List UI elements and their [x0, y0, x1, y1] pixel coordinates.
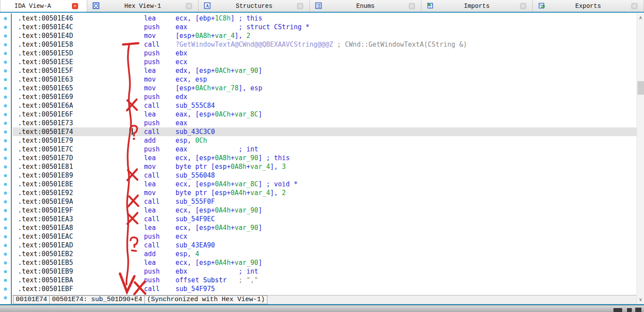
- instruction-dot-icon: [4, 139, 7, 142]
- asm-mnemonic: call: [144, 171, 175, 179]
- asm-line[interactable]: .text:00501EB5 lea ecx, [esp+0A4h+var_90…: [13, 258, 637, 267]
- asm-mnemonic: lea: [144, 180, 175, 188]
- asm-token: ] ; void *: [258, 180, 298, 188]
- asm-token: 0ACh: [195, 84, 211, 92]
- asm-line[interactable]: .text:00501E65 mov [esp+0ACh+var_78], es…: [13, 84, 637, 93]
- asm-token: 0ACh: [215, 110, 231, 118]
- asm-token: [esp+: [175, 32, 195, 40]
- asm-token: ecx, [esp+: [175, 206, 215, 214]
- asm-line[interactable]: .text:00501E46 lea ecx, [ebp+1C8h] ; thi…: [13, 14, 637, 23]
- disassembly-view[interactable]: .text:00501E46 lea ecx, [ebp+1C8h] ; thi…: [0, 14, 637, 304]
- asm-line[interactable]: .text:00501E81 mov byte ptr [esp+0A8h+va…: [13, 162, 637, 171]
- scroll-up-arrow-icon[interactable]: ∧: [637, 14, 644, 21]
- tab-hex-view-1[interactable]: Hex View-1✕: [87, 0, 199, 12]
- asm-address: .text:00501E46: [18, 14, 144, 22]
- tab-close-icon[interactable]: ✕: [186, 3, 192, 9]
- asm-line[interactable]: .text:00501E89 call sub_556048: [13, 171, 637, 180]
- asm-token: ], esp: [239, 84, 262, 92]
- tab-enums[interactable]: Enums✕: [310, 0, 421, 12]
- asm-line[interactable]: .text:00501EBA push offset Substr ; ",": [13, 276, 637, 285]
- asm-mnemonic: push: [144, 49, 175, 57]
- instruction-dot-icon: [4, 130, 7, 134]
- tab-bar: IDA View-A✕Hex View-1✕AStructures✕Enums✕…: [0, 0, 644, 13]
- asm-mnemonic: push: [144, 23, 175, 31]
- asm-mnemonic: push: [144, 119, 175, 127]
- asm-line[interactable]: .text:00501E74 call sub_43C3C0: [13, 127, 637, 136]
- asm-mnemonic: call: [144, 215, 175, 223]
- asm-line[interactable]: .text:00501E9F lea ecx, [esp+0A4h+var_90…: [13, 206, 637, 215]
- asm-line[interactable]: .text:00501E69 push edx: [13, 93, 637, 101]
- asm-mnemonic: add: [144, 137, 175, 144]
- asm-line[interactable]: .text:00501E7C push eax ; int: [13, 145, 637, 154]
- instruction-dot-icon: [4, 279, 7, 282]
- instruction-dot-icon: [4, 113, 7, 116]
- asm-token: eax ; int: [175, 145, 258, 153]
- asm-token: ebx: [175, 49, 187, 57]
- tab-close-icon[interactable]: ✕: [520, 3, 526, 9]
- asm-line[interactable]: .text:00501E4C push eax ; struct CString…: [13, 23, 637, 31]
- asm-mnemonic: call: [144, 285, 175, 293]
- asm-mnemonic: mov: [144, 84, 175, 92]
- tab-close-icon[interactable]: ✕: [297, 3, 303, 9]
- asm-token: var_90: [235, 206, 258, 214]
- tab-structures[interactable]: AStructures✕: [199, 0, 310, 12]
- asm-line[interactable]: .text:00501E8E lea ecx, [esp+0A4h+var_8C…: [13, 180, 637, 189]
- scrollbar-thumb[interactable]: [637, 81, 644, 95]
- asm-line[interactable]: .text:00501E63 mov ecx, esp: [13, 75, 637, 84]
- asm-line[interactable]: .text:00501EB9 push ebx ; int: [13, 267, 637, 276]
- asm-line[interactable]: .text:00501E79 add esp, 0Ch: [13, 136, 637, 145]
- asm-token: +: [231, 110, 235, 118]
- asm-token: var_4: [250, 163, 270, 171]
- asm-address: .text:00501E89: [18, 171, 144, 179]
- asm-line[interactable]: .text:00501E6A call sub_555C84: [13, 101, 637, 110]
- asm-line[interactable]: .text:00501EBF call sub_54F975: [13, 285, 637, 293]
- asm-line[interactable]: .text:00501EA8 lea ecx, [esp+0A4h+var_90…: [13, 223, 637, 232]
- asm-token: +: [231, 224, 235, 232]
- tab-close-icon[interactable]: ✕: [72, 3, 78, 9]
- asm-line[interactable]: .text:00501E5E push ecx: [13, 58, 637, 66]
- instruction-dot-icon: [4, 26, 7, 29]
- asm-line[interactable]: .text:00501EA3 call sub_54F9EC: [13, 215, 637, 223]
- instruction-dot-icon: [4, 253, 7, 256]
- vertical-scrollbar[interactable]: ∧ ∨: [637, 14, 644, 304]
- asm-token: 0Ch: [195, 137, 207, 144]
- tab-close-icon[interactable]: ✕: [631, 3, 637, 9]
- asm-line[interactable]: .text:00501E6F lea eax, [esp+0ACh+var_8C…: [13, 110, 637, 119]
- asm-line[interactable]: .text:00501E5D push ebx: [13, 49, 637, 58]
- asm-token: esp,: [175, 137, 195, 144]
- asm-mnemonic: mov: [144, 32, 175, 40]
- asm-token: byte ptr [esp+: [175, 163, 230, 171]
- asm-token: sub_54F9EC: [175, 215, 215, 223]
- asm-line[interactable]: .text:00501EB2 add esp, 4: [13, 250, 637, 258]
- asm-line[interactable]: .text:00501E9A call sub_555F0F: [13, 197, 637, 206]
- instruction-dot-icon: [4, 165, 7, 168]
- asm-token: 0ACh: [215, 67, 231, 75]
- text-caret: [132, 128, 133, 135]
- asm-line[interactable]: .text:00501E7D lea ecx, [esp+0A8h+var_90…: [13, 154, 637, 162]
- tab-ida-view-a[interactable]: IDA View-A✕: [0, 0, 87, 12]
- asm-token: var_90: [235, 259, 258, 267]
- asm-mnemonic: mov: [144, 75, 175, 83]
- asm-token: +: [231, 180, 235, 188]
- asm-token: sub_556048: [175, 171, 215, 179]
- taskbar-item: [613, 308, 622, 312]
- tab-label: Imports: [421, 3, 532, 10]
- asm-address: .text:00501E5D: [18, 49, 144, 57]
- asm-line[interactable]: .text:00501E5F lea edx, [esp+0ACh+var_90…: [13, 66, 637, 75]
- asm-line[interactable]: .text:00501EAD call sub_43EA90: [13, 241, 637, 250]
- instruction-dot-icon: [4, 226, 7, 230]
- asm-line[interactable]: .text:00501E58 call ?GetWindowTextA@CWnd…: [13, 40, 637, 49]
- instruction-dot-icon: [4, 174, 7, 177]
- asm-token: ] ; this: [231, 14, 262, 22]
- asm-line[interactable]: .text:00501E4D mov [esp+0A8h+var_4], 2: [13, 31, 637, 40]
- asm-token: ecx, [esp+: [175, 154, 215, 162]
- asm-mnemonic: push: [144, 276, 175, 284]
- tab-imports[interactable]: Imports✕: [421, 0, 533, 12]
- asm-line[interactable]: .text:00501EAC push ecx: [13, 232, 637, 241]
- asm-token: esp,: [175, 250, 195, 258]
- asm-line[interactable]: .text:00501E73 push eax: [13, 119, 637, 127]
- scroll-down-arrow-icon[interactable]: ∨: [637, 296, 644, 303]
- tab-close-icon[interactable]: ✕: [409, 3, 415, 9]
- tab-exports[interactable]: Exports✕: [533, 0, 644, 12]
- asm-line[interactable]: .text:00501E92 mov byte ptr [esp+0A4h+va…: [13, 189, 637, 197]
